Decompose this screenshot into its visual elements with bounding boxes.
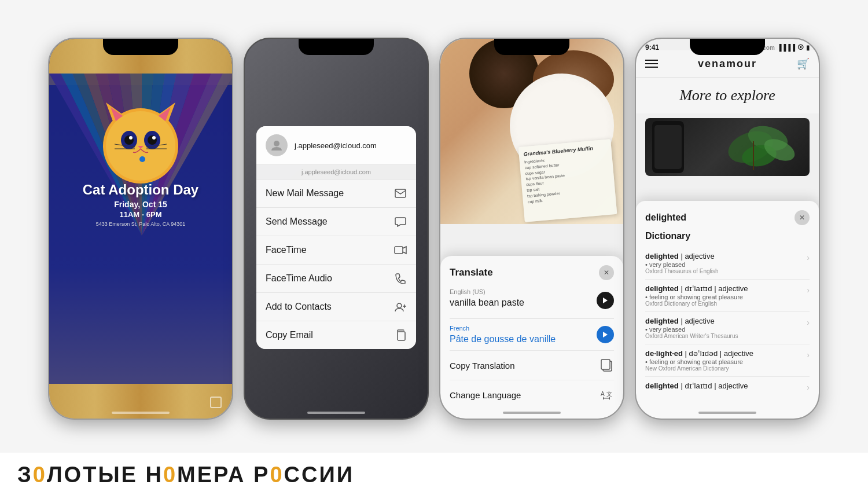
battery-icon: ▮ — [806, 44, 810, 52]
dict-entry-1-source: Oxford Thesaurus of English — [645, 268, 802, 274]
hamburger-line1 — [645, 60, 658, 61]
dict-entry-5[interactable]: delighted | dɪˈlaɪtɪd | adjective › — [645, 377, 810, 397]
highlight-0: 0 — [33, 463, 47, 487]
cart-icon[interactable]: 🛒 — [797, 57, 810, 70]
menu-label-send-message: Send Message — [266, 217, 328, 227]
chevron-right-icon-2: › — [807, 285, 810, 295]
menu-item-facetime-audio[interactable]: FaceTime Audio — [256, 265, 416, 293]
message-icon — [394, 215, 407, 228]
svg-point-37 — [397, 303, 402, 308]
phone2-home-indicator — [307, 412, 365, 414]
svg-text:文: 文 — [606, 391, 612, 397]
change-language-action[interactable]: Change Language A 文 — [450, 380, 614, 409]
phone1-notch — [103, 39, 178, 55]
recipe-card: Grandma's Blueberry Muffin Ingredients:c… — [518, 139, 617, 222]
translate-panel: Translate ✕ English (US) vanilla bean pa… — [440, 256, 623, 419]
mail-icon — [394, 187, 407, 200]
hamburger-menu[interactable] — [645, 60, 658, 68]
contacts-icon — [394, 300, 407, 313]
contact-email-small: j.appleseed@icloud.com — [256, 165, 416, 179]
menu-label-facetime-audio: FaceTime Audio — [266, 273, 332, 284]
dict-entry-2-def: • feeling or showing great pleasure — [645, 293, 802, 300]
phone-in-phone — [645, 118, 810, 176]
menu-item-copy-email[interactable]: Copy Email — [256, 321, 416, 349]
svg-rect-36 — [395, 247, 403, 254]
dict-entry-4[interactable]: de·light·ed | dəˈlɪdəd | adjective • fee… — [645, 344, 810, 377]
svg-point-33 — [139, 156, 145, 162]
more-to-explore-text: More to explore — [645, 87, 810, 104]
phone3-home-indicator — [503, 412, 561, 414]
menu-item-send-message[interactable]: Send Message — [256, 208, 416, 236]
copy-translation-action[interactable]: Copy Translation — [450, 350, 614, 380]
wifi-icon: ⦿ — [797, 44, 804, 51]
phones-row: Cat Adoption Day Friday, Oct 15 11AM - 6… — [0, 0, 868, 453]
dict-entry-2-content: delighted | dɪˈlaɪtɪd | adjective • feel… — [645, 284, 802, 307]
svg-text:A: A — [601, 391, 605, 397]
hamburger-line2 — [645, 63, 658, 64]
contact-avatar — [266, 134, 288, 156]
phone-icon — [394, 272, 407, 285]
svg-rect-44 — [601, 359, 610, 369]
svg-marker-42 — [603, 332, 608, 337]
phone3-notch — [494, 39, 569, 55]
dict-entry-4-word: de·light·ed | dəˈlɪdəd | adjective — [645, 349, 802, 358]
source-text: vanilla bean paste — [450, 298, 524, 308]
highlight-2: 0 — [270, 463, 284, 487]
contact-email-display: j.appleseed@icloud.com — [295, 141, 377, 150]
menu-label-copy-email: Copy Email — [266, 330, 313, 340]
svg-marker-41 — [603, 298, 608, 303]
translate-icon: A 文 — [599, 387, 614, 402]
dict-entry-2[interactable]: delighted | dɪˈlaɪtɪd | adjective • feel… — [645, 280, 810, 312]
svg-point-34 — [274, 141, 279, 146]
phone3-screen: Grandma's Blueberry Muffin Ingredients:c… — [440, 39, 623, 419]
chevron-right-icon-4: › — [807, 350, 810, 359]
target-play-button[interactable] — [597, 326, 614, 343]
venamour-logo: venamour — [698, 58, 757, 70]
phone1-home-indicator — [112, 412, 170, 414]
target-lang: French — [450, 325, 556, 332]
cat-illustration — [91, 91, 190, 178]
phone2-frame: j.appleseed@icloud.com j.appleseed@iclou… — [244, 38, 429, 420]
phone4-frame: 9:41 venamour.com ▐▐▐▐ ⦿ ▮ — [635, 38, 820, 420]
contact-header: j.appleseed@icloud.com — [256, 126, 416, 165]
dict-entry-4-source: New Oxford American Dictionary — [645, 365, 802, 372]
dict-entry-3[interactable]: delighted | adjective • very pleased Oxf… — [645, 312, 810, 344]
copy-icon — [394, 329, 407, 342]
highlight-1: 0 — [163, 463, 177, 487]
phone4-notch — [690, 39, 765, 55]
translate-title: Translate — [450, 267, 493, 278]
dict-section-title: Dictionary — [645, 231, 810, 241]
muffin-image: Grandma's Blueberry Muffin Ingredients:c… — [440, 39, 623, 224]
dict-entry-3-def: • very pleased — [645, 326, 802, 333]
dict-word: delighted — [645, 212, 686, 223]
dict-entry-1-content: delighted | adjective • very pleased Oxf… — [645, 252, 802, 274]
source-play-button[interactable] — [597, 292, 614, 309]
chevron-right-icon-1: › — [807, 253, 810, 262]
translate-close-button[interactable]: ✕ — [599, 265, 614, 280]
event-text: Cat Adoption Day Friday, Oct 15 11AM - 6… — [71, 182, 210, 227]
menu-item-new-mail[interactable]: New Mail Message — [256, 179, 416, 208]
dict-entry-5-content: delighted | dɪˈlaɪtɪd | adjective — [645, 381, 802, 390]
dict-header: delighted ✕ — [645, 210, 810, 225]
svg-point-26 — [129, 136, 133, 140]
main-container: Cat Adoption Day Friday, Oct 15 11AM - 6… — [0, 0, 868, 499]
venamour-heading: More to explore — [636, 78, 819, 113]
dict-close-button[interactable]: ✕ — [795, 210, 810, 225]
hamburger-line3 — [645, 67, 658, 68]
dict-entry-3-content: delighted | adjective • very pleased Oxf… — [645, 317, 802, 339]
phone3-frame: Grandma's Blueberry Muffin Ingredients:c… — [439, 38, 624, 420]
phone1-screen: Cat Adoption Day Friday, Oct 15 11AM - 6… — [49, 39, 232, 419]
copy-translation-icon — [599, 358, 614, 373]
menu-item-facetime[interactable]: FaceTime — [256, 236, 416, 265]
dict-entry-3-word: delighted | adjective — [645, 317, 802, 325]
source-lang: English (US) — [450, 288, 524, 295]
svg-point-25 — [148, 135, 157, 145]
dict-entry-1[interactable]: delighted | adjective • very pleased Oxf… — [645, 247, 810, 280]
copy-translation-label: Copy Translation — [450, 361, 515, 370]
svg-rect-35 — [395, 189, 406, 197]
menu-label-new-mail: New Mail Message — [266, 188, 344, 199]
status-time: 9:41 — [645, 43, 659, 52]
menu-item-add-contacts[interactable]: Add to Contacts — [256, 293, 416, 321]
dict-entry-2-source: Oxford Dictionary of English — [645, 300, 802, 307]
banner-text: З0ЛОТЫЕ Н0МЕРА Р0ССИИ — [17, 463, 354, 487]
